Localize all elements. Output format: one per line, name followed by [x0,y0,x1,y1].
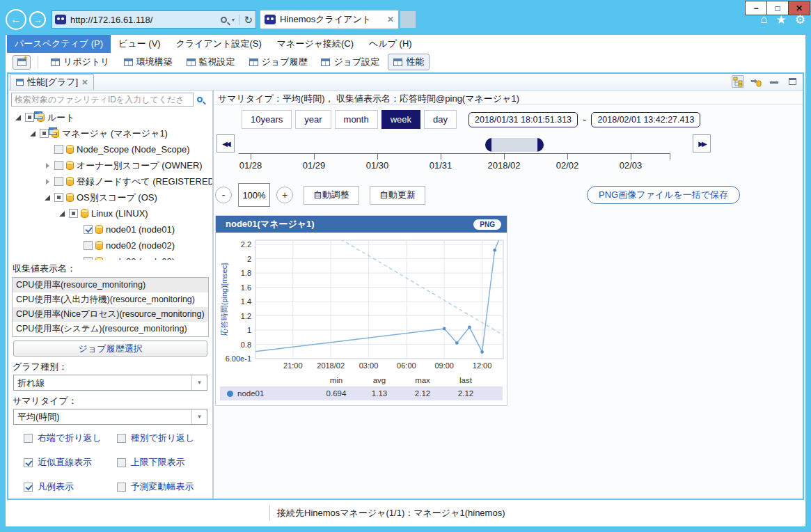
tree-checkbox[interactable] [84,257,93,260]
chevron-down-icon[interactable]: ▼ [230,17,235,22]
menu-view[interactable]: ビュー (V) [111,35,168,53]
toolbar-repository[interactable]: リポジトリ [45,54,116,70]
tree-checkbox[interactable] [54,177,63,186]
home-icon[interactable]: ⌂ [760,13,767,27]
line-chart[interactable]: 21:002018/0203:0006:0009:0012:002.221.81… [216,233,507,372]
back-button[interactable]: ← [6,9,26,30]
list-item[interactable]: CPU使用率(resource_monitoring) [13,278,208,292]
option-forecast-band[interactable]: 予測変動幅表示 [117,480,210,493]
checkbox[interactable] [24,434,33,443]
tree-checkbox[interactable] [54,145,63,154]
auto-update-button[interactable]: 自動更新 [370,186,425,205]
date-to-field[interactable]: 2018/02/01 13:42:27.413 [591,112,700,127]
open-perspective-button[interactable] [13,55,31,70]
tree-item-linux[interactable]: Linux (LINUX) [8,205,212,221]
settings-gear-icon[interactable]: ⚙ [795,13,805,27]
tree-checkbox[interactable] [54,193,63,202]
png-badge-button[interactable]: PNG [473,219,501,230]
toolbar-performance[interactable]: 性能 [388,54,430,70]
tree-item-registered[interactable]: 登録ノードすべて (REGISTERED) [8,173,212,189]
list-item[interactable]: CPU使用率(Niceプロセス)(resource_monitoring) [13,307,208,322]
browser-tab[interactable]: Hinemosクライアント ✕ [260,10,399,29]
menu-bar: パースペクティブ (P) ビュー (V) クライアント設定(S) マネージャ接続… [6,35,805,53]
favorites-star-icon[interactable]: ★ [776,13,787,27]
collect-export-button[interactable] [750,75,762,88]
timeline-track[interactable] [239,153,670,154]
facility-search-icon[interactable] [197,97,203,102]
address-bar[interactable]: http://172.16.61.118/ ▼ ↻ [52,10,256,29]
tree-item-os-scope[interactable]: OS別スコープ (OS) [8,189,212,205]
toolbar-job-settings[interactable]: ジョブ設定 [315,54,385,70]
tree-item-manager[interactable]: マネージャ (マネージャ1) [8,125,212,141]
expander-icon[interactable] [43,179,52,185]
list-item[interactable]: CPU使用率(入出力待機)(resource_monitoring) [13,292,208,307]
tab-close-icon[interactable]: ✕ [387,15,394,24]
tree-display-toggle-button[interactable] [732,75,744,88]
png-save-button[interactable]: PNG画像ファイルを一括で保存 [587,186,740,204]
tree-item-node01[interactable]: node01 (node01) [8,221,212,237]
tree-item-label: 登録ノードすべて (REGISTERED) [77,175,212,188]
toolbar-job-history[interactable]: ジョブ履歴 [244,54,313,70]
tree-checkbox[interactable] [69,209,78,218]
toolbar-environment[interactable]: 環境構築 [118,54,178,70]
new-tab-button[interactable] [400,11,416,28]
option-wrap-right[interactable]: 右端で折り返し [24,432,117,444]
timeline-prev-button[interactable]: ◀◀ [216,134,235,152]
option-upper-lower[interactable]: 上限下限表示 [117,456,210,469]
forward-button[interactable]: → [29,11,46,28]
refresh-icon[interactable]: ↻ [239,15,253,25]
zoom-out-button[interactable]: - [215,187,232,203]
expander-icon[interactable] [43,163,52,169]
checkbox[interactable] [24,483,33,492]
auto-adjust-button[interactable]: 自動調整 [304,186,359,205]
checkbox[interactable] [117,483,126,492]
facility-search-input[interactable] [11,93,194,107]
expander-icon[interactable] [43,195,52,201]
checkbox[interactable] [24,458,33,467]
menu-perspective[interactable]: パースペクティブ (P) [7,35,111,53]
expander-icon[interactable] [29,131,37,136]
job-history-select-button[interactable]: ジョブ履歴選択 [13,341,207,357]
tree-checkbox[interactable] [25,113,34,122]
graph-type-select[interactable]: 折れ線 ▼ [13,375,207,391]
legend-row-node01[interactable]: node01 0.694 1.13 2.12 2.12 [220,386,503,400]
summary-type-select[interactable]: 平均(時間) ▼ [13,409,207,425]
timeline-selection-handle[interactable] [485,138,544,152]
range-year-button[interactable]: year [295,110,331,129]
view-maximize-button[interactable] [786,75,798,88]
option-trendline[interactable]: 近似直線表示 [24,456,117,469]
menu-client-settings[interactable]: クライアント設定(S) [168,35,269,53]
tree-checkbox[interactable] [40,129,49,138]
option-legend[interactable]: 凡例表示 [24,480,117,493]
search-icon[interactable] [221,17,227,23]
zoom-in-button[interactable]: + [276,187,293,203]
range-week-button[interactable]: week [381,110,420,129]
range-10years-button[interactable]: 10years [242,110,292,129]
series-name: node01 [237,389,264,398]
view-minimize-button[interactable] [768,75,780,88]
tree-item-owner-scope[interactable]: オーナー別スコープ (OWNER) [8,157,212,173]
option-wrap-by-type[interactable]: 種別で折り返し [117,432,210,444]
toolbar-monitor-settings[interactable]: 監視設定 [181,54,241,70]
expander-icon[interactable] [14,115,22,120]
timeline-next-button[interactable]: ▶▶ [693,134,711,152]
range-month-button[interactable]: month [335,110,378,129]
view-tab-close-icon[interactable]: ✕ [81,78,88,87]
list-item[interactable]: CPU使用率(システム)(resource_monitoring) [13,322,208,336]
tab-performance-graph[interactable]: 性能[グラフ] ✕ [10,74,94,90]
menu-manager-connect[interactable]: マネージャ接続(C) [269,35,361,53]
range-day-button[interactable]: day [424,110,457,129]
expander-icon[interactable] [58,211,66,217]
tree-item-node-scope[interactable]: Node_Scope (Node_Scope) [8,141,212,157]
menu-help[interactable]: ヘルプ (H) [361,35,420,53]
tree-item-node03[interactable]: node03 (node03) [8,253,212,260]
tree-checkbox[interactable] [84,225,93,234]
date-from-field[interactable]: 2018/01/31 18:01:51.313 [469,112,578,127]
checkbox[interactable] [117,434,126,443]
tree-checkbox[interactable] [84,241,93,250]
tree-item-node02[interactable]: node02 (node02) [8,237,212,253]
url-text[interactable]: http://172.16.61.118/ [70,15,221,25]
tree-item-root[interactable]: ルート [8,109,212,125]
tree-checkbox[interactable] [54,161,63,170]
checkbox[interactable] [117,458,126,467]
